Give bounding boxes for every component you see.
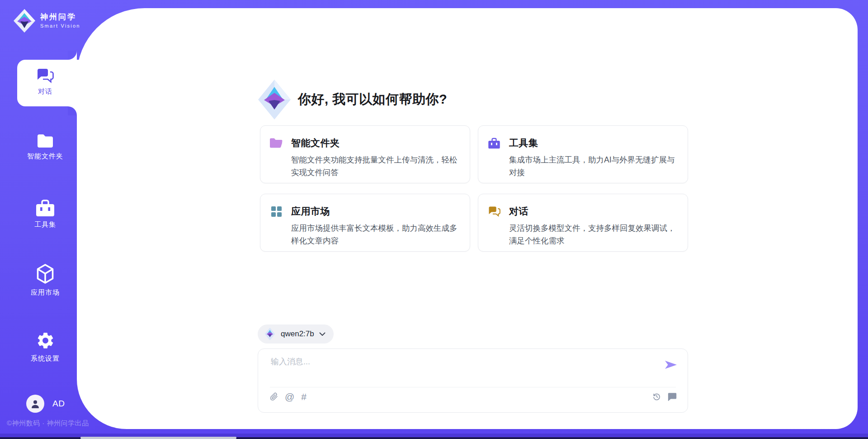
mention-button[interactable]: @	[285, 392, 294, 401]
sidebar-item-settings[interactable]: 系统设置	[14, 331, 77, 363]
chat-bubble-icon	[668, 392, 677, 401]
toolbox-icon	[487, 138, 501, 149]
card-title: 智能文件夹	[291, 137, 340, 149]
model-logo-icon	[264, 328, 276, 340]
app-logo-icon	[14, 9, 35, 33]
history-button[interactable]	[652, 392, 661, 401]
scrollbar-fragment[interactable]	[80, 437, 236, 439]
attach-button[interactable]	[270, 392, 278, 401]
composer-toolbar: @ #	[270, 392, 677, 401]
app-logo: 神州问学 Smart Vision	[14, 9, 80, 33]
message-input[interactable]	[271, 356, 660, 382]
sidebar-item-label: 系统设置	[31, 354, 60, 363]
copyright-text: ©神州数码 · 神州问学出品	[7, 419, 89, 428]
cube-icon	[36, 263, 54, 284]
sidebar-item-app-market[interactable]: 应用市场	[14, 263, 77, 297]
send-button[interactable]	[665, 360, 678, 370]
card-description: 智能文件夹功能支持批量文件上传与清洗，轻松实现文件问答	[291, 153, 459, 179]
sidebar-item-label: 工具集	[34, 220, 56, 229]
paperclip-icon	[270, 392, 278, 401]
assistant-logo-icon	[258, 80, 291, 119]
hashtag-button[interactable]: #	[301, 392, 307, 401]
model-selector[interactable]: qwen2:7b	[258, 324, 334, 344]
sidebar-item-chat[interactable]: 对话	[14, 68, 77, 96]
sidebar-item-toolkit[interactable]: 工具集	[14, 200, 77, 229]
sidebar-item-label: 智能文件夹	[27, 152, 63, 161]
card-description: 应用市场提供丰富长文本模板，助力高效生成多样化文章内容	[291, 222, 459, 247]
composer-divider	[270, 387, 676, 387]
active-tab-curve-bottom	[68, 106, 77, 115]
hashtag-icon: #	[301, 392, 307, 401]
active-tab-curve-top	[68, 51, 77, 60]
app-market-icon	[269, 206, 283, 217]
folder-icon	[269, 138, 283, 148]
greeting-title: 你好, 我可以如何帮助你?	[298, 91, 447, 109]
feature-cards: 智能文件夹 智能文件夹功能支持批量文件上传与清洗，轻松实现文件问答 工具集 集成…	[260, 125, 688, 252]
send-icon	[665, 360, 678, 370]
sidebar-item-label: 应用市场	[31, 288, 60, 297]
gear-icon	[36, 331, 55, 350]
user-avatar-icon	[26, 395, 44, 413]
chat-bubbles-icon	[487, 206, 501, 217]
feature-card-smart-folder[interactable]: 智能文件夹 智能文件夹功能支持批量文件上传与清洗，轻松实现文件问答	[260, 125, 470, 183]
card-title: 工具集	[509, 137, 538, 149]
feature-card-app-market[interactable]: 应用市场 应用市场提供丰富长文本模板，助力高效生成多样化文章内容	[260, 194, 470, 252]
feature-card-chat[interactable]: 对话 灵活切换多模型文件，支持多样回复效果调试，满足个性化需求	[478, 194, 688, 252]
user-profile[interactable]: AD	[26, 395, 65, 413]
sidebar-item-smart-folder[interactable]: 智能文件夹	[14, 134, 77, 161]
feature-card-toolkit[interactable]: 工具集 集成市场上主流工具，助力AI与外界无缝扩展与对接	[478, 125, 688, 183]
user-name: AD	[52, 399, 65, 409]
folder-icon	[37, 134, 54, 148]
card-description: 灵活切换多模型文件，支持多样回复效果调试，满足个性化需求	[509, 222, 677, 247]
message-composer: @ #	[258, 348, 688, 413]
feedback-button[interactable]	[668, 392, 677, 401]
card-description: 集成市场上主流工具，助力AI与外界无缝扩展与对接	[509, 153, 677, 179]
model-name: qwen2:7b	[281, 329, 314, 339]
app-title: 神州问学	[40, 13, 80, 22]
main-panel: 你好, 我可以如何帮助你? 智能文件夹 智能文件夹功能支持批量文件上传与清洗，轻…	[77, 8, 858, 429]
chevron-down-icon	[319, 332, 326, 336]
sidebar-item-label: 对话	[38, 87, 52, 96]
at-icon: @	[285, 392, 294, 401]
greeting: 你好, 我可以如何帮助你?	[258, 79, 447, 120]
card-title: 应用市场	[291, 205, 330, 218]
history-icon	[652, 392, 661, 401]
app-subtitle: Smart Vision	[40, 23, 80, 29]
card-title: 对话	[509, 205, 528, 218]
toolbox-icon	[35, 200, 55, 216]
chat-icon	[37, 68, 54, 83]
